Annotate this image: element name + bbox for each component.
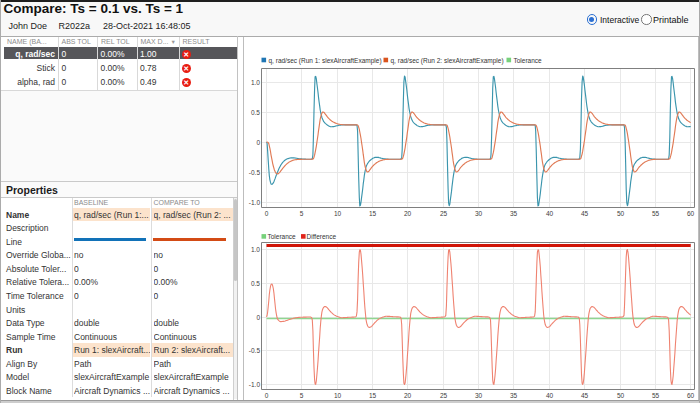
svg-text:30: 30 [475, 392, 483, 399]
svg-text:q, rad/sec (Run 2: slexAircraf: q, rad/sec (Run 2: slexAircraftExample) [391, 57, 504, 65]
svg-text:-0.5: -0.5 [249, 169, 261, 176]
svg-text:-1.0: -1.0 [249, 381, 261, 388]
svg-text:25: 25 [440, 392, 448, 399]
svg-text:5: 5 [300, 392, 304, 399]
svg-text:50: 50 [617, 392, 625, 399]
svg-text:45: 45 [581, 210, 589, 217]
svg-text:15: 15 [369, 210, 377, 217]
svg-text:40: 40 [546, 210, 554, 217]
svg-text:45: 45 [581, 392, 589, 399]
svg-text:1.0: 1.0 [251, 246, 260, 253]
svg-text:10: 10 [334, 392, 342, 399]
svg-text:60: 60 [687, 210, 695, 217]
svg-text:10: 10 [334, 210, 342, 217]
svg-text:15: 15 [369, 392, 377, 399]
svg-text:0: 0 [265, 210, 269, 217]
svg-text:1.0: 1.0 [251, 79, 260, 86]
svg-text:0.5: 0.5 [251, 280, 260, 287]
svg-text:0: 0 [256, 314, 260, 321]
svg-text:20: 20 [404, 210, 412, 217]
svg-text:Tolerance: Tolerance [268, 233, 297, 240]
svg-text:20: 20 [404, 392, 412, 399]
svg-text:5: 5 [300, 210, 304, 217]
svg-text:0: 0 [265, 392, 269, 399]
svg-text:-1.0: -1.0 [249, 199, 261, 206]
svg-text:40: 40 [546, 392, 554, 399]
svg-text:Tolerance: Tolerance [514, 57, 543, 64]
svg-text:Difference: Difference [307, 233, 337, 240]
svg-text:35: 35 [510, 392, 518, 399]
svg-text:30: 30 [475, 210, 483, 217]
svg-text:0: 0 [256, 139, 260, 146]
svg-text:35: 35 [510, 210, 518, 217]
svg-text:-0.5: -0.5 [249, 347, 261, 354]
svg-text:60: 60 [687, 392, 695, 399]
svg-text:q, rad/sec (Run 1: slexAircraf: q, rad/sec (Run 1: slexAircraftExample) [269, 57, 382, 65]
svg-text:55: 55 [652, 392, 660, 399]
svg-text:0.5: 0.5 [251, 109, 260, 116]
svg-text:25: 25 [440, 210, 448, 217]
svg-text:50: 50 [617, 210, 625, 217]
svg-text:55: 55 [652, 210, 660, 217]
